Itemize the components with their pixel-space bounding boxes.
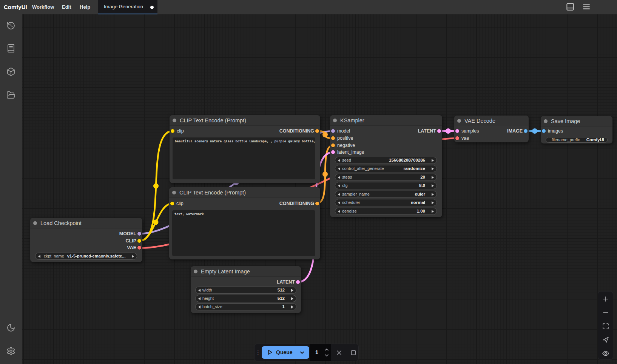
node-load-checkpoint[interactable]: Load Checkpoint MODEL CLIP VAE ckpt_name… xyxy=(30,218,142,262)
output-port-latent[interactable] xyxy=(296,280,300,284)
prompt-textarea[interactable]: beautiful scenery nature glass bottle la… xyxy=(173,137,315,179)
history-icon[interactable] xyxy=(6,21,15,30)
node-empty-latent-image[interactable]: Empty Latent Image LATENT width 512 heig… xyxy=(191,266,301,313)
prev-value-arrow-icon[interactable] xyxy=(38,255,40,258)
node-header[interactable]: Save Image xyxy=(541,116,612,126)
input-port-positive[interactable] xyxy=(331,136,335,140)
next-value-arrow-icon[interactable] xyxy=(432,210,434,213)
prev-value-arrow-icon[interactable] xyxy=(338,167,340,170)
next-value-arrow-icon[interactable] xyxy=(432,176,434,179)
node-header[interactable]: Empty Latent Image xyxy=(191,266,301,277)
collapse-dot-icon[interactable] xyxy=(457,119,461,123)
output-port-clip[interactable] xyxy=(137,239,141,243)
prev-value-arrow-icon[interactable] xyxy=(198,289,201,292)
menu-workflow[interactable]: Workflow xyxy=(32,0,54,14)
seed-widget[interactable]: seed 156680208700286 xyxy=(335,157,437,164)
next-value-arrow-icon[interactable] xyxy=(291,305,293,308)
next-value-arrow-icon[interactable] xyxy=(432,159,434,162)
drag-handle-icon[interactable]: ⋮ xyxy=(255,344,261,361)
steps-widget[interactable]: steps 20 xyxy=(335,174,437,181)
collapse-dot-icon[interactable] xyxy=(544,119,548,123)
prev-value-arrow-icon[interactable] xyxy=(338,176,340,179)
node-header[interactable]: VAE Decode xyxy=(454,116,529,126)
input-port-latent-image[interactable] xyxy=(331,150,335,154)
ckpt-name-widget[interactable]: ckpt_name v1-5-pruned-emaonly.safete... xyxy=(35,253,137,260)
node-header[interactable]: Load Checkpoint xyxy=(30,218,142,228)
output-port-conditioning[interactable] xyxy=(315,129,319,133)
prev-value-arrow-icon[interactable] xyxy=(198,297,201,300)
control-after-generate-widget[interactable]: control_after_generate randomize xyxy=(335,165,437,172)
scheduler-widget[interactable]: scheduler normal xyxy=(335,199,437,206)
fit-view-icon[interactable] xyxy=(602,322,609,330)
node-header[interactable]: CLIP Text Encode (Prompt) xyxy=(169,187,320,198)
prev-value-arrow-icon[interactable] xyxy=(338,210,340,213)
output-port-vae[interactable] xyxy=(137,246,141,250)
input-port-vae[interactable] xyxy=(455,136,459,140)
toggle-link-visibility-icon[interactable] xyxy=(602,350,609,357)
next-value-arrow-icon[interactable] xyxy=(432,184,434,187)
prev-value-arrow-icon[interactable] xyxy=(198,305,201,308)
height-widget[interactable]: height 512 xyxy=(195,295,296,302)
input-port-clip[interactable] xyxy=(170,202,174,205)
sampler-name-widget[interactable]: sampler_name euler xyxy=(335,191,437,198)
model-library-icon[interactable] xyxy=(6,67,15,76)
menu-edit[interactable]: Edit xyxy=(62,0,71,14)
panel-toggle-icon[interactable] xyxy=(565,2,575,12)
node-vae-decode[interactable]: VAE Decode samples IMAGE vae xyxy=(454,116,529,142)
node-clip-text-encode-positive[interactable]: CLIP Text Encode (Prompt) clip CONDITION… xyxy=(170,115,320,183)
queue-options-chevron-icon[interactable] xyxy=(299,350,305,355)
filename-prefix-widget[interactable]: filename_prefix ComfyUI xyxy=(546,137,608,143)
prev-value-arrow-icon[interactable] xyxy=(338,159,340,162)
zoom-in-icon[interactable] xyxy=(602,295,609,303)
stop-icon[interactable] xyxy=(350,349,357,356)
tab-image-generation[interactable]: Image Generation xyxy=(98,0,157,14)
next-value-arrow-icon[interactable] xyxy=(432,167,434,170)
prev-value-arrow-icon[interactable] xyxy=(338,193,340,196)
node-header[interactable]: KSampler xyxy=(330,115,442,126)
select-mode-icon[interactable] xyxy=(602,336,609,344)
prev-value-arrow-icon[interactable] xyxy=(338,201,340,204)
node-title: CLIP Text Encode (Prompt) xyxy=(179,187,246,198)
batch-size-widget[interactable]: batch_size 1 xyxy=(195,303,296,310)
output-port-conditioning[interactable] xyxy=(315,202,319,205)
collapse-dot-icon[interactable] xyxy=(172,191,176,194)
clear-queue-icon[interactable] xyxy=(336,349,342,356)
output-port-latent[interactable] xyxy=(437,129,441,133)
hamburger-menu-icon[interactable] xyxy=(582,2,591,12)
menu-help[interactable]: Help xyxy=(80,0,90,14)
next-value-arrow-icon[interactable] xyxy=(432,201,434,204)
zoom-out-icon[interactable] xyxy=(602,309,609,316)
spinner-steppers-icon[interactable] xyxy=(324,347,329,358)
output-port-image[interactable] xyxy=(524,129,528,133)
batch-count-spinner[interactable]: 1 xyxy=(310,344,331,361)
collapse-dot-icon[interactable] xyxy=(33,221,37,225)
collapse-dot-icon[interactable] xyxy=(173,119,176,122)
prompt-textarea[interactable]: text, watermark xyxy=(172,210,315,256)
input-port-negative[interactable] xyxy=(331,143,335,147)
collapse-dot-icon[interactable] xyxy=(333,119,337,122)
next-value-arrow-icon[interactable] xyxy=(291,297,293,300)
input-port-model[interactable] xyxy=(331,129,335,133)
output-port-model[interactable] xyxy=(137,232,141,236)
next-value-arrow-icon[interactable] xyxy=(432,193,434,196)
input-port-clip[interactable] xyxy=(171,129,174,133)
width-widget[interactable]: width 512 xyxy=(195,287,296,294)
node-ksampler[interactable]: KSampler model LATENT positive negative … xyxy=(330,115,442,217)
cfg-widget[interactable]: cfg 8.0 xyxy=(335,182,437,189)
theme-toggle-moon-icon[interactable] xyxy=(6,323,15,332)
node-header[interactable]: CLIP Text Encode (Prompt) xyxy=(170,115,320,126)
node-clip-text-encode-negative[interactable]: CLIP Text Encode (Prompt) clip CONDITION… xyxy=(169,187,320,259)
input-port-images[interactable] xyxy=(542,129,546,133)
node-save-image[interactable]: Save Image images filename_prefix ComfyU… xyxy=(541,116,612,143)
input-port-samples[interactable] xyxy=(455,129,459,133)
next-value-arrow-icon[interactable] xyxy=(291,289,293,292)
queue-button[interactable]: Queue xyxy=(262,346,309,359)
collapse-dot-icon[interactable] xyxy=(194,270,197,273)
node-library-icon[interactable] xyxy=(6,44,15,53)
batch-count-value[interactable]: 1 xyxy=(310,344,324,361)
next-value-arrow-icon[interactable] xyxy=(132,255,134,258)
denoise-widget[interactable]: denoise 1.00 xyxy=(335,208,437,215)
workflows-folder-icon[interactable] xyxy=(6,91,15,100)
settings-gear-icon[interactable] xyxy=(6,347,15,356)
prev-value-arrow-icon[interactable] xyxy=(338,184,340,187)
